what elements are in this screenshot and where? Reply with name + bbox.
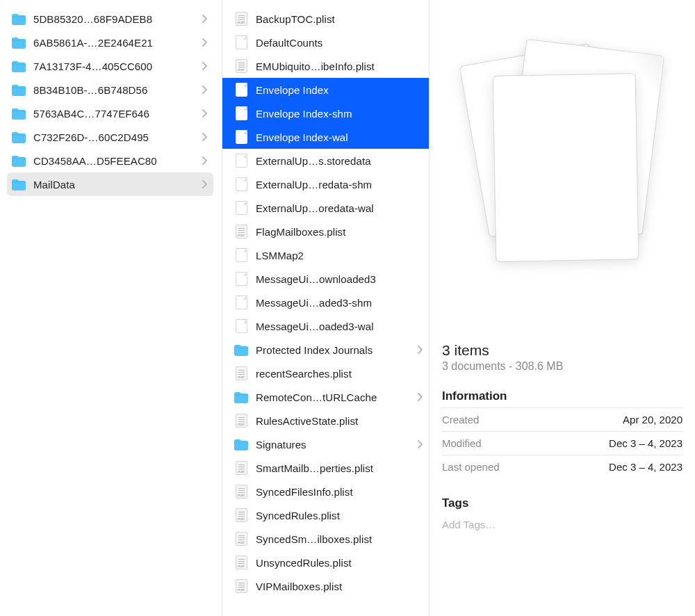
list-item[interactable]: ExternalUp…oredata-wal <box>222 196 429 220</box>
folder-icon <box>11 11 26 26</box>
info-heading: Information <box>442 389 682 403</box>
tags-heading: Tags <box>442 496 682 510</box>
chevron-right-icon <box>199 179 209 190</box>
folder-icon <box>11 177 26 192</box>
info-row: Last openedDec 3 – 4, 2023 <box>442 455 682 478</box>
list-item[interactable]: SyncedSm…ilboxes.plist <box>222 527 429 551</box>
item-label: Envelope Index <box>256 84 425 96</box>
plist-file-icon <box>234 366 249 381</box>
list-item[interactable]: SyncedRules.plist <box>222 503 429 527</box>
list-item[interactable]: EMUbiquito…ibeInfo.plist <box>222 54 429 78</box>
list-item[interactable]: RulesActiveState.plist <box>222 409 429 432</box>
list-item[interactable]: 5DB85320…68F9ADEB8 <box>7 7 213 31</box>
list-item[interactable]: FlagMailboxes.plist <box>222 220 429 243</box>
list-item[interactable]: UnsyncedRules.plist <box>222 551 429 574</box>
info-row: ModifiedDec 3 – 4, 2023 <box>442 431 682 455</box>
chevron-right-icon <box>199 13 209 24</box>
document-icon <box>234 106 249 121</box>
item-label: MessageUi…ownloaded3 <box>256 273 425 285</box>
item-label: SyncedSm…ilboxes.plist <box>256 533 425 545</box>
plist-file-icon <box>234 224 249 239</box>
plist-file-icon <box>234 508 249 523</box>
item-label: MessageUi…aded3-shm <box>256 297 425 309</box>
list-item[interactable]: RemoteCon…tURLCache <box>222 385 429 409</box>
list-item[interactable]: SyncedFilesInfo.plist <box>222 480 429 503</box>
item-label: 5DB85320…68F9ADEB8 <box>33 13 199 25</box>
list-item[interactable]: 8B34B10B-…6B748D56 <box>7 78 213 102</box>
list-item[interactable]: BackupTOC.plist <box>222 7 429 31</box>
list-item[interactable]: MessageUi…oaded3-wal <box>222 314 429 338</box>
list-item[interactable]: LSMMap2 <box>222 243 429 267</box>
info-value: Dec 3 – 4, 2023 <box>609 437 682 449</box>
list-item[interactable]: Signatures <box>222 432 429 456</box>
preview-thumbnail <box>442 0 682 321</box>
list-item[interactable]: C732F26D-…60C2D495 <box>7 125 213 149</box>
document-icon <box>234 82 249 97</box>
list-item[interactable]: MailData <box>7 172 213 196</box>
document-icon <box>234 295 249 310</box>
list-item[interactable]: 7A13173F-4…405CC600 <box>7 54 213 78</box>
list-item[interactable]: MessageUi…aded3-shm <box>222 291 429 314</box>
list-item[interactable]: Envelope Index-shm <box>222 102 429 125</box>
item-label: SyncedRules.plist <box>256 510 425 521</box>
item-label: LSMMap2 <box>256 250 425 261</box>
info-table: CreatedApr 20, 2020ModifiedDec 3 – 4, 20… <box>442 407 682 478</box>
preview-subtitle: 3 documents - 308.6 MB <box>442 360 682 373</box>
list-item[interactable]: ExternalUp…redata-shm <box>222 172 429 196</box>
finder-column-2[interactable]: BackupTOC.plistDefaultCountsEMUbiquito…i… <box>222 0 430 616</box>
list-item[interactable]: MessageUi…ownloaded3 <box>222 267 429 291</box>
item-label: ExternalUp…oredata-wal <box>256 202 425 214</box>
item-label: ExternalUp…s.storedata <box>256 155 425 167</box>
item-label: EMUbiquito…ibeInfo.plist <box>256 60 425 72</box>
list-item[interactable]: 6AB5861A-…2E2464E21 <box>7 31 213 54</box>
chevron-right-icon <box>199 37 209 48</box>
tags-input[interactable]: Add Tags… <box>442 514 682 535</box>
item-label: MailData <box>33 179 199 191</box>
folder-icon <box>234 437 249 452</box>
chevron-right-icon <box>199 131 209 143</box>
item-label: SmartMailb…perties.plist <box>256 462 425 474</box>
item-label: BackupTOC.plist <box>256 13 425 25</box>
folder-icon <box>11 106 26 121</box>
item-label: RulesActiveState.plist <box>256 415 425 427</box>
plist-file-icon <box>234 11 249 26</box>
list-item[interactable]: DefaultCounts <box>222 31 429 54</box>
folder-icon <box>11 153 26 168</box>
info-key: Created <box>442 414 479 425</box>
list-item[interactable]: CD3458AA…D5FEEAC80 <box>7 149 213 172</box>
item-label: FlagMailboxes.plist <box>256 226 425 238</box>
document-icon <box>234 153 249 168</box>
list-item[interactable]: Protected Index Journals <box>222 338 429 362</box>
list-item[interactable]: Envelope Index-wal <box>222 125 429 149</box>
plist-file-icon <box>234 460 249 476</box>
item-label: ExternalUp…redata-shm <box>256 179 425 191</box>
item-label: 5763AB4C…7747EF646 <box>33 108 199 120</box>
item-label: SyncedFilesInfo.plist <box>256 486 425 498</box>
item-label: DefaultCounts <box>256 37 425 49</box>
info-key: Modified <box>442 437 482 449</box>
folder-icon <box>11 129 26 145</box>
plist-file-icon <box>234 484 249 499</box>
list-item[interactable]: recentSearches.plist <box>222 362 429 385</box>
document-icon <box>234 318 249 334</box>
list-item[interactable]: Envelope Index <box>222 78 429 102</box>
chevron-right-icon <box>415 391 425 403</box>
list-item[interactable]: SmartMailb…perties.plist <box>222 456 429 480</box>
folder-icon <box>11 35 26 50</box>
list-item[interactable]: 5763AB4C…7747EF646 <box>7 102 213 125</box>
list-item[interactable]: VIPMailboxes.plist <box>222 574 429 598</box>
folder-icon <box>11 58 26 74</box>
info-value: Dec 3 – 4, 2023 <box>609 461 682 473</box>
item-label: 8B34B10B-…6B748D56 <box>33 84 199 96</box>
item-label: Signatures <box>256 439 415 451</box>
folder-icon <box>11 82 26 97</box>
item-label: VIPMailboxes.plist <box>256 581 425 592</box>
finder-column-1[interactable]: 5DB85320…68F9ADEB86AB5861A-…2E2464E217A1… <box>0 0 222 616</box>
item-label: Envelope Index-wal <box>256 131 425 143</box>
chevron-right-icon <box>199 60 209 72</box>
plist-file-icon <box>234 531 249 546</box>
info-key: Last opened <box>442 461 500 473</box>
list-item[interactable]: ExternalUp…s.storedata <box>222 149 429 172</box>
finder-preview-column: 3 items 3 documents - 308.6 MB Informati… <box>430 0 695 616</box>
chevron-right-icon <box>415 344 425 355</box>
